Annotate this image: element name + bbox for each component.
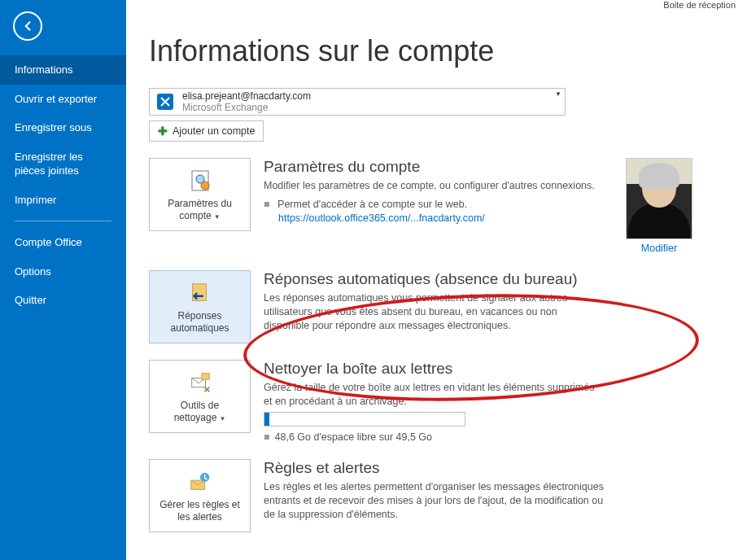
avatar-modify-link[interactable]: Modifier — [618, 243, 700, 254]
plus-icon: ✚ — [158, 125, 168, 138]
page-title: Informations sur le compte — [149, 34, 731, 68]
exchange-icon — [155, 91, 176, 112]
add-account-label: Ajouter un compte — [173, 125, 255, 137]
auto-replies-title: Réponses automatiques (absence du bureau… — [264, 270, 605, 288]
rules-alerts-icon — [186, 468, 214, 496]
bullet-icon: ■ — [264, 199, 270, 210]
arrow-left-icon — [20, 19, 35, 33]
account-email: elisa.prejeant@fnacdarty.com — [182, 90, 311, 102]
account-settings-icon — [186, 167, 214, 195]
auto-replies-icon — [186, 279, 214, 307]
sidebar-item-compte-office[interactable]: Compte Office — [0, 228, 126, 257]
avatar — [626, 158, 692, 239]
chevron-down-icon: ▼ — [219, 415, 225, 422]
account-settings-title: Paramètres du compte — [264, 158, 605, 176]
sidebar-item-enregistrer-pj[interactable]: Enregistrer les pièces jointes — [0, 142, 126, 186]
bullet-icon: ■ — [264, 431, 270, 443]
folder-label: Boite de réception — [663, 0, 736, 10]
account-selector[interactable]: elisa.prejeant@fnacdarty.com Microsoft E… — [149, 88, 566, 116]
account-settings-desc: Modifier les paramètres de ce compte, ou… — [264, 179, 605, 193]
add-account-button[interactable]: ✚ Ajouter un compte — [149, 120, 264, 142]
cleanup-tools-label: Outils de nettoyage — [174, 400, 220, 423]
sidebar-item-options[interactable]: Options — [0, 257, 126, 287]
auto-replies-desc: Les réponses automatiques vous permetten… — [264, 291, 605, 333]
auto-replies-button[interactable]: Réponses automatiques — [149, 270, 251, 343]
account-settings-label: Paramètres du compte — [168, 198, 232, 221]
chevron-down-icon: ▼ — [214, 213, 221, 221]
rules-alerts-label: Gérer les règles et les alertes — [155, 499, 245, 523]
sidebar: Informations Ouvrir et exporter Enregist… — [0, 0, 126, 560]
account-web-link[interactable]: https://outlook.office365.com/...fnacdar… — [278, 212, 485, 224]
storage-bar — [264, 412, 465, 427]
content-area: Boite de réception Informations sur le c… — [126, 0, 747, 560]
sidebar-item-ouvrir-exporter[interactable]: Ouvrir et exporter — [0, 85, 126, 114]
cleanup-desc: Gérez la taille de votre boîte aux lettr… — [264, 381, 605, 409]
cleanup-title: Nettoyer la boîte aux lettres — [264, 360, 605, 378]
storage-text: 48,6 Go d'espace libre sur 49,5 Go — [275, 431, 432, 443]
cleanup-tools-icon — [186, 369, 214, 396]
sidebar-divider — [15, 221, 111, 221]
sidebar-item-enregistrer-sous[interactable]: Enregistrer sous — [0, 113, 126, 142]
sidebar-item-imprimer[interactable]: Imprimer — [0, 186, 126, 215]
svg-rect-4 — [192, 284, 206, 301]
account-type: Microsoft Exchange — [182, 102, 311, 113]
rules-desc: Les règles et les alertes permettent d'o… — [264, 480, 605, 522]
account-web-bullet: Permet d'accéder à ce compte sur le web. — [277, 199, 467, 210]
rules-title: Règles et alertes — [264, 459, 605, 477]
account-settings-button[interactable]: Paramètres du compte▼ — [149, 158, 251, 231]
rules-alerts-button[interactable]: Gérer les règles et les alertes — [149, 459, 251, 532]
chevron-down-icon[interactable]: ▼ — [555, 90, 561, 98]
sidebar-item-quitter[interactable]: Quitter — [0, 286, 126, 315]
auto-replies-label: Réponses automatiques — [155, 310, 245, 335]
sidebar-item-informations[interactable]: Informations — [0, 55, 126, 85]
cleanup-tools-button[interactable]: Outils de nettoyage▼ — [149, 360, 251, 433]
svg-point-3 — [201, 182, 209, 190]
back-button[interactable] — [13, 11, 42, 41]
svg-rect-6 — [201, 374, 208, 380]
